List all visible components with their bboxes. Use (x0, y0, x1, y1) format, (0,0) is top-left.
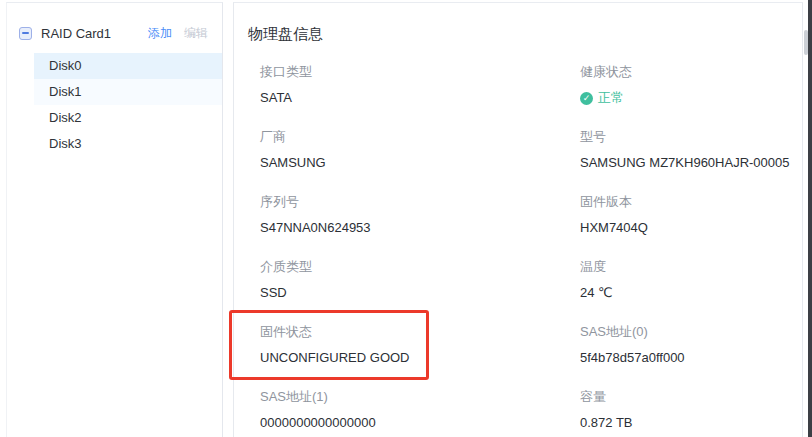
field-label: 接口类型 (260, 63, 580, 81)
field-value: SAMSUNG (260, 154, 580, 172)
physical-disk-panel: 物理盘信息 接口类型 SATA 健康状态 ✓ 正常 厂商 SAMSUNG 型号 … (233, 2, 803, 437)
field-sas-address-0: SAS地址(0) 5f4b78d57a0ff000 (580, 323, 802, 367)
field-value: HXM7404Q (580, 219, 802, 237)
raid-card-label[interactable]: RAID Card1 (41, 26, 148, 41)
field-label: 固件版本 (580, 193, 802, 211)
field-label: SAS地址(1) (260, 388, 580, 406)
field-label: 容量 (580, 388, 802, 406)
field-value: SAMSUNG MZ7KH960HAJR-00005 (580, 154, 802, 172)
field-label: 厂商 (260, 128, 580, 146)
field-label: 型号 (580, 128, 802, 146)
field-firmware-version: 固件版本 HXM7404Q (580, 193, 802, 237)
field-value: 0.872 TB (580, 414, 802, 432)
field-model: 型号 SAMSUNG MZ7KH960HAJR-00005 (580, 128, 802, 172)
sidebar-item-disk2[interactable]: Disk2 (34, 105, 222, 131)
field-health-status: 健康状态 ✓ 正常 (580, 63, 802, 107)
field-value: S47NNA0N624953 (260, 219, 580, 237)
field-temperature: 温度 24 ℃ (580, 258, 802, 302)
field-label: 温度 (580, 258, 802, 276)
field-label: 健康状态 (580, 63, 802, 81)
field-label: 固件状态 (260, 323, 580, 341)
sidebar-item-disk0[interactable]: Disk0 (34, 53, 222, 79)
field-media-type: 介质类型 SSD (260, 258, 580, 302)
status-badge: 正常 (598, 89, 624, 107)
field-label: 序列号 (260, 193, 580, 211)
field-value: SATA (260, 89, 580, 107)
window-edge (808, 0, 812, 437)
disk-info-grid: 接口类型 SATA 健康状态 ✓ 正常 厂商 SAMSUNG 型号 SAMSUN… (260, 63, 802, 437)
add-link[interactable]: 添加 (148, 25, 172, 42)
field-value: SSD (260, 284, 580, 302)
disk-list: Disk0 Disk1 Disk2 Disk3 (7, 53, 222, 157)
field-label: SAS地址(0) (580, 323, 802, 341)
sidebar-item-disk1[interactable]: Disk1 (34, 79, 222, 105)
field-firmware-state: 固件状态 UNCONFIGURED GOOD (260, 323, 580, 367)
health-status-value: ✓ 正常 (580, 89, 802, 107)
edit-link[interactable]: 编辑 (184, 25, 208, 42)
raid-card-node[interactable]: RAID Card1 添加 编辑 (7, 3, 222, 45)
field-vendor: 厂商 SAMSUNG (260, 128, 580, 172)
field-value: 0000000000000000 (260, 414, 580, 432)
collapse-minus-icon[interactable] (19, 27, 32, 40)
field-label: 介质类型 (260, 258, 580, 276)
field-interface-type: 接口类型 SATA (260, 63, 580, 107)
raid-tree-sidebar: RAID Card1 添加 编辑 Disk0 Disk1 Disk2 Disk3 (6, 2, 223, 437)
page-title: 物理盘信息 (248, 23, 802, 45)
field-serial-number: 序列号 S47NNA0N624953 (260, 193, 580, 237)
check-circle-icon: ✓ (580, 92, 593, 105)
field-value: UNCONFIGURED GOOD (260, 349, 580, 367)
field-capacity: 容量 0.872 TB (580, 388, 802, 432)
field-value: 24 ℃ (580, 284, 802, 302)
sidebar-item-disk3[interactable]: Disk3 (34, 131, 222, 157)
field-sas-address-1: SAS地址(1) 0000000000000000 (260, 388, 580, 432)
field-value: 5f4b78d57a0ff000 (580, 349, 802, 367)
